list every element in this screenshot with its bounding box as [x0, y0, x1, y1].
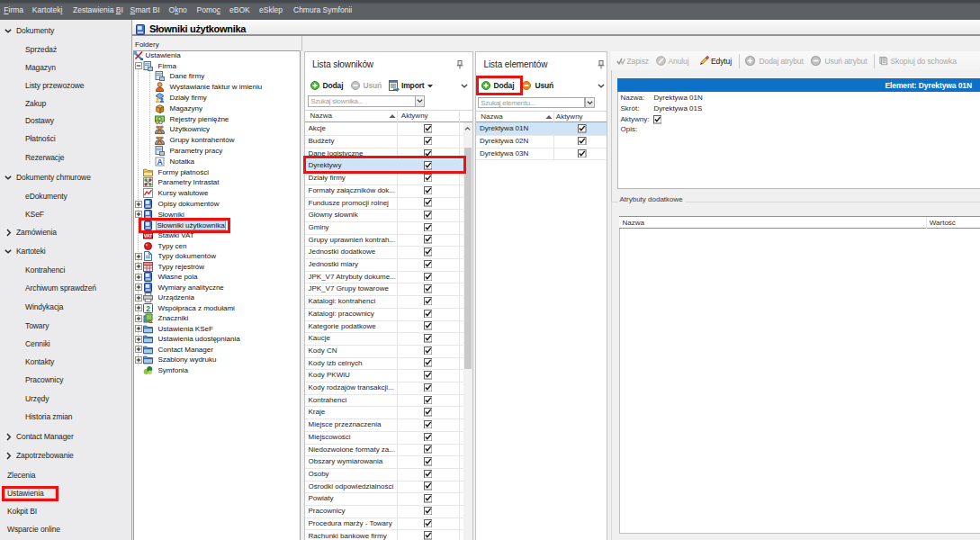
svg-text:A: A	[157, 157, 162, 166]
svg-text:2: 2	[146, 303, 150, 312]
svg-text:VAT: VAT	[143, 233, 152, 238]
